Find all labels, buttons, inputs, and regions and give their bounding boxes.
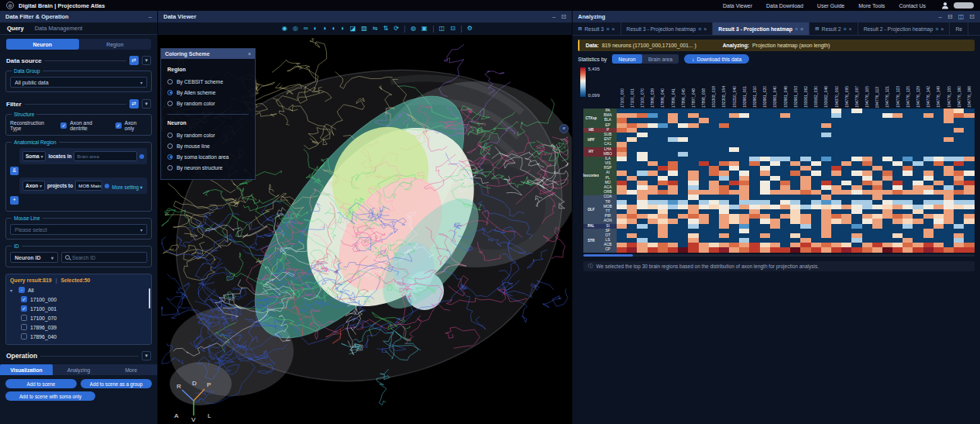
add-rule-button[interactable]: + xyxy=(10,196,19,205)
reset-rotation-icon[interactable]: ⟳ xyxy=(394,25,399,33)
axon-subject-select[interactable]: Axon▾ xyxy=(22,181,45,191)
heatmap-cell[interactable] xyxy=(617,247,627,252)
heatmap-cell[interactable] xyxy=(882,247,892,252)
download-data-button[interactable]: ↓ Download this data xyxy=(684,54,749,64)
tab-visualization[interactable]: Visualization xyxy=(0,364,53,375)
result-item-17100-000[interactable]: ✓17100_000 xyxy=(10,295,147,304)
slice-right-icon[interactable]: ◗ xyxy=(341,25,345,33)
result-item-17896-039[interactable]: 17896_039 xyxy=(10,322,147,332)
close-icon[interactable]: × xyxy=(248,51,251,57)
screenshot-icon[interactable]: ▣ xyxy=(421,25,428,33)
lock-view-icon[interactable]: ⊡ xyxy=(450,25,456,33)
heatmap-cell[interactable] xyxy=(831,247,841,252)
heatmap-cell[interactable] xyxy=(964,247,974,252)
refresh-data-source-button[interactable]: ⇄ xyxy=(129,56,139,65)
heatmap-cell[interactable] xyxy=(637,247,647,252)
statistics-brain-area-button[interactable]: Brain area xyxy=(642,54,679,64)
brain-area-input[interactable]: Brain area xyxy=(74,151,137,161)
slice-left-icon[interactable]: ◖ xyxy=(332,25,335,33)
mesh-icon[interactable]: ▨ xyxy=(361,25,367,33)
heatmap-cell[interactable] xyxy=(658,247,668,252)
heatmap-cell[interactable] xyxy=(954,247,964,252)
atlas-icon[interactable]: ◍ xyxy=(411,25,416,33)
rule-enabled-indicator[interactable] xyxy=(139,154,144,159)
search-id-input[interactable]: Search ID xyxy=(61,252,147,263)
result-tab-result-2-projection-heatmap[interactable]: Result 2 - Projection heatmap≡× xyxy=(858,22,951,35)
heatmap-cell[interactable] xyxy=(821,247,831,252)
tab-close-icon[interactable]: × xyxy=(800,26,803,32)
heatmap-cell[interactable] xyxy=(811,247,821,252)
heatmap-cell[interactable] xyxy=(944,247,954,252)
radio-by-random-color[interactable]: By random color xyxy=(167,129,249,140)
user-name-pill[interactable] xyxy=(954,2,974,9)
tab-menu-icon[interactable]: ≡ xyxy=(843,26,846,32)
heatmap-cell[interactable] xyxy=(770,247,780,252)
heatmap-cell[interactable] xyxy=(780,247,790,252)
result-tab-result-2[interactable]: ⊞Result 2≡× xyxy=(810,22,858,35)
heatmap-cell[interactable] xyxy=(678,247,688,252)
tab-close-icon[interactable]: × xyxy=(849,26,852,32)
mouse-line-select[interactable]: Please select ▾ xyxy=(10,224,147,235)
data-group-select[interactable]: All public data ▾ xyxy=(10,77,147,88)
collapse-data-source-button[interactable]: ▾ xyxy=(142,56,151,65)
viewer-settings-icon[interactable]: ⚙ xyxy=(467,25,473,33)
rule-connector-button[interactable]: & xyxy=(10,167,19,175)
tab-close-icon[interactable]: × xyxy=(703,26,707,32)
heatmap-cell[interactable] xyxy=(739,247,749,252)
result-tab-result-3[interactable]: ⊞Result 3≡× xyxy=(573,22,621,35)
heatmap-cell[interactable] xyxy=(872,247,882,252)
hemisphere-left-icon[interactable]: ◐ xyxy=(313,25,317,33)
heatmap-cell[interactable] xyxy=(903,247,913,252)
collapse-filter-button[interactable]: ▾ xyxy=(142,99,151,109)
heatmap-horizontal-scrollbar[interactable] xyxy=(583,254,975,257)
stereo-view-icon[interactable]: ∞ xyxy=(304,25,308,33)
heatmap-cell[interactable] xyxy=(790,247,800,252)
tab-query[interactable]: Query xyxy=(7,25,24,32)
result-item-17896-040[interactable]: 17896_040 xyxy=(10,332,147,341)
soma-display-icon[interactable]: ◉ xyxy=(282,25,287,33)
list-scrollbar[interactable] xyxy=(149,288,150,309)
user-icon[interactable] xyxy=(941,2,949,9)
split-vertical-icon[interactable]: ◫ xyxy=(958,14,965,20)
radio-by-soma-location-area[interactable]: By soma location area xyxy=(167,151,249,162)
single-eye-icon[interactable]: ◎ xyxy=(293,25,298,33)
result-tab-result-3-projection-heatmap[interactable]: Result 3 - Projection heatmap≡× xyxy=(621,22,714,35)
radio-by-cebsit-scheme[interactable]: By CEBSIT scheme xyxy=(167,76,249,87)
heatmap-cell[interactable] xyxy=(862,247,872,252)
hemisphere-right-icon[interactable]: ◑ xyxy=(322,25,326,33)
radio-by-neuron-structure[interactable]: By neuron structure xyxy=(167,162,249,173)
nav-more-tools[interactable]: More Tools xyxy=(858,3,885,9)
more-setting-link[interactable]: More setting ▾ xyxy=(112,184,143,190)
result-item-17100-070[interactable]: 17100_070 xyxy=(10,313,147,322)
tab-menu-icon[interactable]: ≡ xyxy=(698,26,701,32)
checkbox-axon-only[interactable]: ✓ Axon only xyxy=(115,120,147,131)
result-item-17100-001[interactable]: ✓17100_001 xyxy=(10,304,147,313)
scrollbar-thumb[interactable] xyxy=(583,254,633,257)
maximize-analyzing-icon[interactable]: ⊡ xyxy=(969,14,975,20)
clip-plane-icon[interactable]: ◪ xyxy=(350,25,356,33)
maximize-viewer-icon[interactable]: ⊡ xyxy=(561,14,566,20)
heatmap-cell[interactable] xyxy=(923,247,934,252)
heatmap-cell[interactable] xyxy=(913,247,923,252)
tab-menu-icon[interactable]: ≡ xyxy=(795,26,798,32)
add-to-scene-soma-button[interactable]: Add to scene with soma only xyxy=(5,391,95,401)
tab-close-icon[interactable]: × xyxy=(940,26,944,32)
collapse-right-panel-button[interactable]: « xyxy=(559,124,569,133)
statistics-neuron-button[interactable]: Neuron xyxy=(612,54,641,64)
mode-region[interactable]: Region xyxy=(79,39,152,50)
heatmap-cell[interactable] xyxy=(841,247,851,252)
heatmap-cell[interactable] xyxy=(800,247,810,252)
tab-data-management[interactable]: Data Management xyxy=(35,25,83,32)
heatmap-cell[interactable] xyxy=(719,247,729,252)
nav-user-guide[interactable]: User Guide xyxy=(817,3,844,9)
checkbox-axon-and-dentrite[interactable]: ✓ Axon and dentrite xyxy=(60,120,110,131)
projects-to-input[interactable]: MOB Main olfactory bulb × xyxy=(75,181,102,191)
checkbox-icon[interactable]: ✓ xyxy=(21,305,27,312)
id-type-select[interactable]: Neuron ID ▾ xyxy=(10,252,58,263)
heatmap-cell[interactable] xyxy=(709,247,719,252)
result-tab-re[interactable]: Re xyxy=(950,22,968,35)
checkbox-icon[interactable] xyxy=(21,315,27,321)
camera-icon[interactable]: ◫ xyxy=(439,25,445,33)
heatmap-cell[interactable] xyxy=(749,247,759,252)
heatmap-cell[interactable] xyxy=(668,247,678,252)
